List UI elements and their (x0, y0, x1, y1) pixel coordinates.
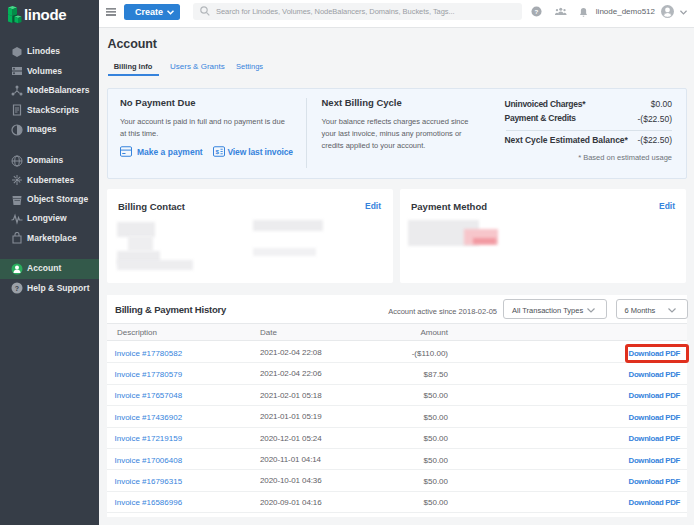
svg-text:$: $ (215, 148, 219, 155)
svg-text:?: ? (15, 285, 19, 292)
svg-text:?: ? (535, 8, 539, 15)
